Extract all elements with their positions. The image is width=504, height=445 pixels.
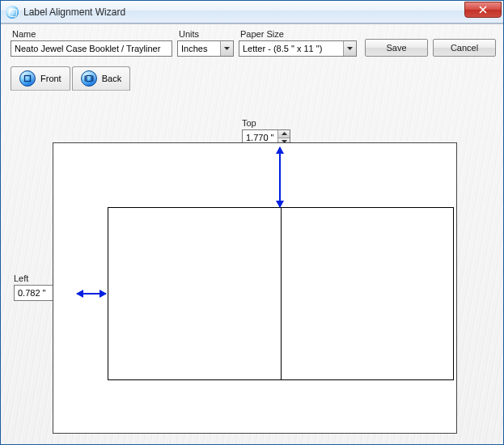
- save-button[interactable]: Save: [365, 39, 428, 57]
- label-outline: [108, 207, 454, 380]
- front-tab-icon: [19, 70, 36, 87]
- left-margin-arrow-icon: [77, 293, 106, 295]
- left-margin-label: Left: [14, 273, 28, 283]
- paper-size-value: Letter - (8.5 " x 11 "): [239, 44, 337, 53]
- tab-front[interactable]: Front: [11, 66, 70, 91]
- save-label: Save: [386, 43, 406, 53]
- paper-size-select[interactable]: Letter - (8.5 " x 11 "): [239, 40, 357, 57]
- titlebar: Label Alignment Wizard: [1, 1, 503, 23]
- top-margin-label: Top: [242, 118, 256, 128]
- button-row: Save Cancel: [365, 39, 496, 57]
- tab-back[interactable]: Back: [72, 66, 130, 91]
- cancel-label: Cancel: [451, 43, 478, 53]
- back-tab-icon: [81, 70, 97, 87]
- top-controls: Name Units Inches Paper Size Letter - (8…: [1, 24, 503, 60]
- units-select[interactable]: Inches: [177, 40, 234, 57]
- name-input[interactable]: [11, 40, 172, 57]
- cancel-button[interactable]: Cancel: [433, 39, 496, 57]
- close-button[interactable]: [464, 2, 502, 18]
- name-field: Name: [11, 29, 172, 57]
- paper-preview: [53, 142, 457, 434]
- tab-front-label: Front: [40, 74, 61, 83]
- dialog-body: Name Units Inches Paper Size Letter - (8…: [1, 23, 503, 444]
- units-field: Units Inches: [177, 29, 234, 57]
- paper-size-label: Paper Size: [239, 29, 357, 39]
- tab-back-label: Back: [102, 74, 121, 83]
- units-value: Inches: [178, 44, 222, 53]
- window-title: Label Alignment Wizard: [23, 6, 125, 18]
- name-label: Name: [11, 29, 172, 39]
- tabs: Front Back: [11, 66, 503, 91]
- app-icon: [6, 6, 19, 19]
- svg-rect-0: [25, 76, 31, 82]
- dropdown-arrow-icon: [220, 41, 233, 56]
- spin-up-icon[interactable]: [277, 130, 290, 138]
- top-margin-arrow-icon: [279, 147, 281, 207]
- close-icon: [479, 6, 487, 14]
- paper-size-field: Paper Size Letter - (8.5 " x 11 "): [239, 29, 357, 57]
- dropdown-arrow-icon: [343, 41, 356, 56]
- units-label: Units: [177, 29, 234, 39]
- svg-rect-1: [87, 76, 91, 82]
- top-margin-control: Top 1.770 ": [242, 118, 290, 146]
